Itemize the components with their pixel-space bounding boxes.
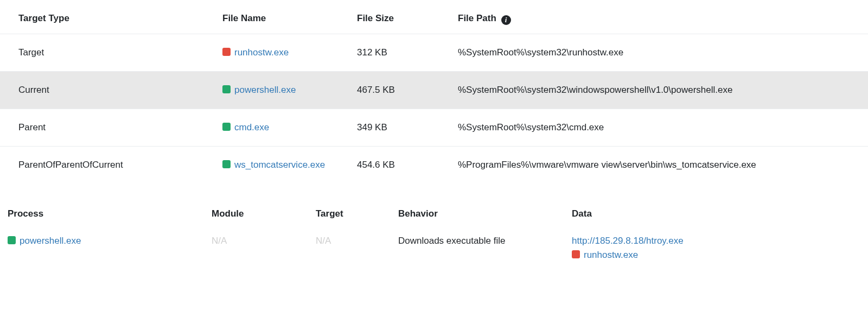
- table-row: Targetrunhostw.exe312 KB%SystemRoot%\sys…: [0, 34, 868, 72]
- cell-data: http://185.29.8.18/htroy.exerunhostw.exe: [567, 229, 868, 270]
- info-icon[interactable]: i: [501, 15, 511, 25]
- cell-target-type: Current: [0, 72, 217, 109]
- cell-behavior: Downloads executable file: [394, 229, 567, 270]
- table-row: Currentpowershell.exe467.5 KB%SystemRoot…: [0, 72, 868, 109]
- header-process: Process: [0, 202, 207, 229]
- behavior-table: Process Module Target Behavior Data powe…: [0, 202, 868, 270]
- cell-file-size: 467.5 KB: [352, 72, 452, 109]
- file-name-link[interactable]: runhostw.exe: [234, 47, 289, 58]
- cell-file-name: cmd.exe: [217, 109, 352, 147]
- status-square-icon: [222, 123, 231, 131]
- status-square-icon: [222, 48, 231, 56]
- cell-target: N/A: [311, 229, 394, 270]
- cell-file-name: runhostw.exe: [217, 34, 352, 72]
- cell-module: N/A: [207, 229, 311, 270]
- table-row: ParentOfParentOfCurrentws_tomcatservice.…: [0, 147, 868, 184]
- cell-file-path: %SystemRoot%\system32\runhostw.exe: [452, 34, 868, 72]
- status-square-icon: [222, 85, 231, 93]
- header-module: Module: [207, 202, 311, 229]
- data-link[interactable]: runhostw.exe: [584, 250, 638, 260]
- cell-file-size: 454.6 KB: [352, 147, 452, 184]
- cell-file-path: %SystemRoot%\system32\cmd.exe: [452, 109, 868, 147]
- table-row: Parentcmd.exe349 KB%SystemRoot%\system32…: [0, 109, 868, 147]
- status-square-icon: [8, 236, 16, 244]
- process-link[interactable]: powershell.exe: [20, 236, 81, 246]
- status-square-icon: [572, 250, 580, 258]
- data-line: http://185.29.8.18/htroy.exe: [572, 236, 864, 246]
- cell-file-path: %SystemRoot%\system32\windowspowershell\…: [452, 72, 868, 109]
- data-line: runhostw.exe: [572, 250, 864, 261]
- header-behavior: Behavior: [394, 202, 567, 229]
- cell-process: powershell.exe: [0, 229, 207, 270]
- cell-target-type: ParentOfParentOfCurrent: [0, 147, 217, 184]
- header-target: Target: [311, 202, 394, 229]
- cell-file-name: powershell.exe: [217, 72, 352, 109]
- data-link[interactable]: http://185.29.8.18/htroy.exe: [572, 236, 684, 246]
- header-target-type: Target Type: [0, 4, 217, 34]
- cell-file-size: 312 KB: [352, 34, 452, 72]
- header-file-size: File Size: [352, 4, 452, 34]
- header-file-path-label: File Path: [458, 13, 496, 23]
- cell-target-type: Target: [0, 34, 217, 72]
- header-file-name: File Name: [217, 4, 352, 34]
- table-header-row: Target Type File Name File Size File Pat…: [0, 4, 868, 34]
- file-name-link[interactable]: ws_tomcatservice.exe: [234, 160, 325, 170]
- cell-file-path: %ProgramFiles%\vmware\vmware view\server…: [452, 147, 868, 184]
- table-header-row: Process Module Target Behavior Data: [0, 202, 868, 229]
- process-tree-table: Target Type File Name File Size File Pat…: [0, 4, 868, 183]
- table-row: powershell.exeN/AN/ADownloads executable…: [0, 229, 868, 270]
- file-name-link[interactable]: cmd.exe: [234, 122, 269, 132]
- header-file-path: File Path i: [452, 4, 868, 34]
- cell-file-name: ws_tomcatservice.exe: [217, 147, 352, 184]
- status-square-icon: [222, 160, 231, 168]
- file-name-link[interactable]: powershell.exe: [234, 85, 296, 95]
- cell-target-type: Parent: [0, 109, 217, 147]
- header-data: Data: [567, 202, 868, 229]
- cell-file-size: 349 KB: [352, 109, 452, 147]
